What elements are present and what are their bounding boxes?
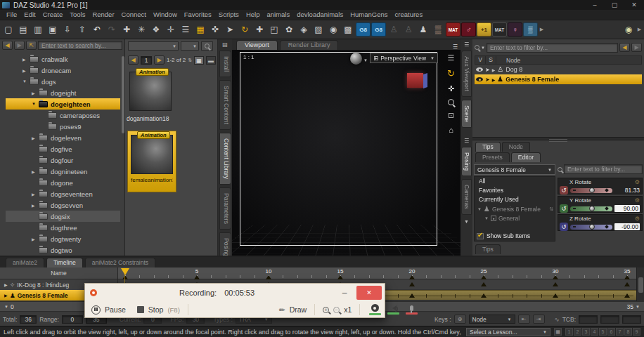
scale-tool-button[interactable]: ◰	[267, 22, 281, 37]
pane-menu-icon[interactable]: ▤	[221, 41, 230, 48]
timeline-tab[interactable]: Timeline	[46, 258, 83, 267]
slider-track[interactable]	[570, 188, 612, 193]
slider-handle[interactable]	[589, 206, 595, 211]
plus-one-shortcut[interactable]: +1	[477, 22, 491, 37]
tree-item[interactable]: ▶ dronecam	[6, 65, 120, 76]
keyframe-marker[interactable]	[409, 293, 415, 298]
import-button[interactable]: ⇩	[60, 22, 75, 37]
tree-item[interactable]: dogthree	[6, 222, 120, 233]
scene-node-row[interactable]: ➤ ▶ ♙ Dog 8	[475, 65, 642, 74]
group-list-item[interactable]: Currently Used	[475, 195, 555, 204]
asset-thumbnail-selected[interactable]: Animation femaleanimation18	[127, 131, 176, 192]
character-shortcut[interactable]: ♟	[416, 22, 430, 37]
expand-arrow-icon[interactable]: ▶	[32, 169, 39, 174]
orbit-tool-icon[interactable]: ↻	[447, 68, 455, 79]
new-null-button[interactable]: ✛	[164, 22, 178, 37]
expand-arrow-icon[interactable]: ▶	[32, 203, 39, 208]
microphone-toggle[interactable]	[404, 305, 418, 315]
menu-item[interactable]: Favorites	[181, 10, 215, 20]
range-start-input[interactable]: 0	[62, 315, 83, 324]
expand-arrow-icon[interactable]: ▶	[32, 237, 39, 242]
tree-item[interactable]: ▶ dogtwenty	[6, 233, 120, 244]
tree-item[interactable]: poses9	[6, 121, 120, 132]
tree-item[interactable]: ▶ crabwalk	[6, 53, 120, 65]
expand-arrow-icon[interactable]: ▶	[22, 57, 30, 62]
tree-item[interactable]: dogfive	[6, 143, 120, 154]
current-frame-value[interactable]: 0	[11, 303, 14, 310]
recorder-close-button[interactable]: ✕	[356, 286, 382, 300]
new-file-button[interactable]: ▢	[1, 22, 15, 37]
lesson-page-button[interactable]: 7	[616, 328, 624, 336]
next-key-button[interactable]: ⇥	[533, 315, 545, 324]
current-frame-dropdown-icon[interactable]: ▼	[4, 305, 8, 309]
expand-arrow-icon[interactable]: ▶	[32, 91, 39, 95]
list-view-button[interactable]: ▬	[206, 56, 216, 65]
recorder-minimize-button[interactable]: –	[337, 288, 352, 298]
close-button[interactable]: ✕	[624, 0, 644, 10]
menu-item[interactable]: Render	[89, 10, 117, 20]
new-light-button[interactable]: ✳	[134, 22, 148, 37]
tree-item[interactable]: ▼ dogeighteen	[6, 98, 120, 110]
open-file-button[interactable]: ▤	[16, 22, 30, 37]
dock-tab[interactable]: Content Library	[219, 133, 231, 185]
expand-arrow-icon[interactable]: ▶	[32, 136, 39, 140]
asset-thumbnail[interactable]: Animation	[129, 72, 172, 111]
lesson-page-button[interactable]: 5	[599, 328, 607, 336]
active-pose-tool-button[interactable]: ✿	[282, 22, 296, 37]
search-button[interactable]	[201, 41, 213, 51]
new-camera-button[interactable]: ✚	[120, 22, 134, 37]
scene-filter-input[interactable]: Enter text to filter by...	[487, 43, 618, 53]
total-frames-input[interactable]: 36	[20, 315, 37, 324]
dock-tab[interactable]: Aux Viewport	[461, 51, 472, 97]
pane-tab[interactable]: Tips	[475, 142, 501, 152]
filter-dropdown[interactable]: ▼	[128, 41, 179, 51]
tree-item[interactable]: ▶ dogseventeen	[6, 188, 120, 199]
figure-tree-item[interactable]: ▼♟ Genesis 8 Female⇅	[475, 204, 555, 213]
lesson-page-button[interactable]: 2	[574, 328, 581, 336]
home-icon[interactable]: ⌂	[449, 126, 453, 134]
tree-item[interactable]: dogfour	[6, 154, 120, 166]
rotate-icon[interactable]: ↺	[560, 186, 568, 194]
lesson-page-button[interactable]: 1	[565, 328, 573, 336]
translate-tool-button[interactable]: ✚	[252, 22, 266, 37]
selectable-cursor-icon[interactable]: ➤	[485, 67, 490, 73]
overflow-arrow[interactable]: ▶	[636, 22, 643, 37]
speaker-toggle[interactable]	[386, 305, 400, 315]
column-node[interactable]: Node	[496, 57, 520, 64]
forward-button[interactable]: ▶	[631, 43, 642, 52]
menu-item[interactable]: Edit	[20, 10, 39, 20]
expand-arrow-icon[interactable]: ▶	[22, 68, 30, 73]
expand-arrow-icon[interactable]: ▼	[32, 102, 39, 106]
dock-tab[interactable]: Posing	[461, 147, 472, 176]
dock-tab[interactable]: Scene	[461, 100, 472, 128]
filter-options-icon[interactable]: ▼	[481, 46, 485, 50]
gear-icon[interactable]: ⚙	[635, 216, 640, 222]
camera-view-selector[interactable]: ⊞ Perspective View ▼	[370, 53, 438, 63]
back-button[interactable]: ◀	[2, 41, 13, 50]
column-selectable[interactable]: S	[486, 56, 496, 64]
menu-item[interactable]: HumanGens	[347, 10, 391, 20]
genesis8-shortcut-2[interactable]: G8	[371, 22, 386, 37]
lesson-selector[interactable]: Select a Lesson...▼	[466, 328, 550, 336]
scene-node-row[interactable]: ➤ ▶ ♟ Genesis 8 Female	[475, 74, 642, 84]
tree-item[interactable]: ▶ dogeight	[6, 87, 120, 98]
viewport-canvas[interactable]: 1 : 1 ▼ ⊞ Perspective View ▼ ☰↻✜⊡⌂	[232, 50, 461, 256]
viewport-menu-icon[interactable]: ☰	[448, 53, 455, 62]
slider-value[interactable]: 81.33	[614, 187, 640, 194]
lesson-page-button[interactable]: 9	[633, 328, 640, 336]
scroll-down-icon[interactable]: ▼	[461, 219, 472, 224]
menu-item[interactable]: Scripts	[215, 10, 243, 20]
recorder-title-bar[interactable]: Recording: 00:05:53 – ✕	[85, 284, 385, 301]
scroll-spinner-icon[interactable]: ⇅	[549, 206, 553, 212]
tab-viewport[interactable]: Viewport	[236, 40, 278, 50]
menu-item[interactable]: Connect	[118, 10, 150, 20]
maximize-button[interactable]: ▢	[605, 0, 624, 10]
keyframe-marker[interactable]	[624, 282, 630, 286]
new-prop-button[interactable]: ❖	[149, 22, 163, 37]
visibility-eye-icon[interactable]	[476, 67, 483, 72]
tree-item[interactable]: ▼ dogs	[6, 76, 120, 87]
stop-button[interactable]: Stop	[148, 305, 164, 314]
tree-item[interactable]: dogone	[6, 177, 120, 188]
scene-list-button[interactable]: ☰	[179, 22, 193, 37]
pane-menu-icon[interactable]: ☰	[453, 44, 458, 50]
